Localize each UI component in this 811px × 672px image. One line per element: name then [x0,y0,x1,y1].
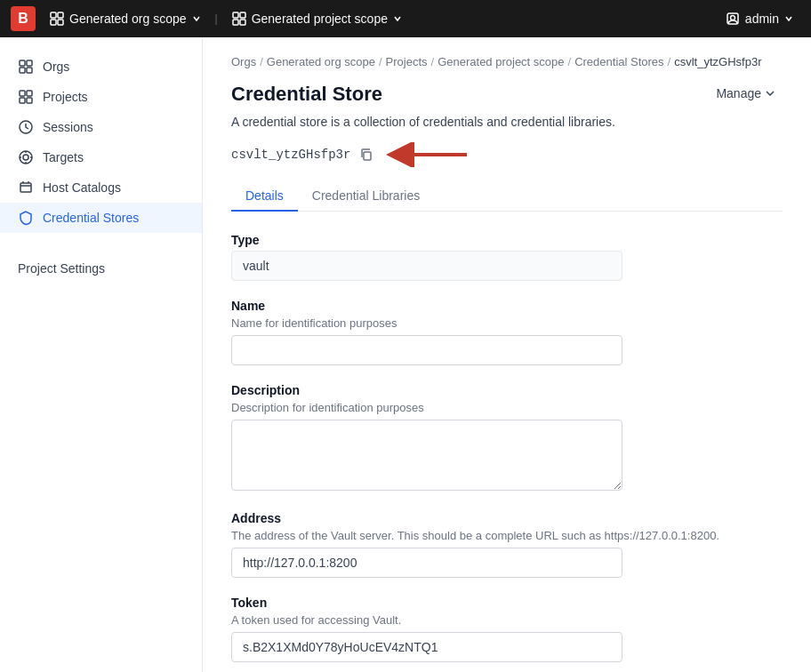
svg-rect-6 [233,20,238,25]
description-textarea[interactable] [231,420,622,491]
field-description: Description Description for identificati… [231,383,783,493]
svg-rect-4 [233,12,238,18]
sidebar-item-orgs[interactable]: Orgs [0,52,202,82]
sidebar-item-host-catalogs[interactable]: Host Catalogs [0,172,202,203]
credential-stores-icon [18,210,34,226]
svg-point-9 [730,16,735,20]
type-value: vault [231,251,622,281]
page-description: A credential store is a collection of cr… [231,113,615,132]
copy-icon [359,148,373,162]
svg-rect-0 [51,12,56,18]
svg-rect-14 [20,91,25,96]
tab-credential-libraries[interactable]: Credential Libraries [298,181,434,212]
svg-point-20 [23,155,28,160]
svg-rect-7 [240,20,245,25]
svg-rect-25 [20,183,31,192]
field-name: Name Name for identification purposes [231,299,783,365]
field-token: Token A token used for accessing Vault. [231,596,783,662]
breadcrumb-org-scope[interactable]: Generated org scope [267,55,375,68]
name-input[interactable] [231,335,622,365]
sidebar-item-project-settings[interactable]: Project Settings [18,254,184,283]
admin-icon [726,12,740,26]
page-title: Credential Store [231,83,615,106]
sidebar-item-targets[interactable]: Targets [0,142,202,172]
address-input[interactable] [231,548,622,578]
project-scope-button[interactable]: Generated project scope [225,8,409,29]
chevron-down-icon [784,14,793,23]
name-hint: Name for identification purposes [231,316,783,330]
svg-rect-16 [20,98,25,103]
svg-rect-10 [20,60,25,66]
description-label: Description [231,383,783,397]
targets-icon [18,149,34,165]
main-content: Orgs / Generated org scope / Projects / … [203,37,811,672]
page-header: Credential Store A credential store is a… [231,83,783,132]
breadcrumb-credential-stores[interactable]: Credential Stores [574,55,663,68]
address-hint: The address of the Vault server. This sh… [231,529,783,542]
tab-details[interactable]: Details [231,181,298,212]
org-scope-icon [50,12,64,26]
tabs: Details Credential Libraries [231,181,783,212]
token-hint: A token used for accessing Vault. [231,613,783,627]
app-logo: B [11,6,36,31]
breadcrumb-project-scope[interactable]: Generated project scope [438,55,564,68]
manage-chevron-icon [765,88,775,99]
svg-rect-2 [51,20,56,25]
top-navigation: B Generated org scope | Generated projec… [0,0,811,37]
resource-id: csvlt_ytzGHsfp3r [231,148,350,162]
svg-rect-13 [27,68,32,73]
type-label: Type [231,233,783,247]
svg-rect-12 [20,68,25,73]
id-row: csvlt_ytzGHsfp3r [231,142,783,167]
svg-rect-17 [27,98,32,103]
token-input[interactable] [231,632,622,662]
sessions-icon [18,119,34,135]
svg-rect-11 [27,60,32,66]
projects-icon [18,89,34,105]
admin-menu-button[interactable]: admin [719,8,800,29]
field-address: Address The address of the Vault server.… [231,511,783,578]
arrow-annotation [382,142,471,167]
svg-rect-15 [27,91,32,96]
org-scope-button[interactable]: Generated org scope [43,8,208,29]
svg-rect-1 [58,12,63,18]
field-type: Type vault [231,233,783,281]
sidebar-item-credential-stores[interactable]: Credential Stores [0,203,202,233]
manage-button[interactable]: Manage [709,83,783,104]
chevron-down-icon [192,14,201,23]
address-label: Address [231,511,783,525]
svg-rect-5 [240,12,245,18]
name-label: Name [231,299,783,313]
description-hint: Description for identification purposes [231,401,783,414]
token-label: Token [231,596,783,610]
breadcrumb-projects[interactable]: Projects [386,55,428,68]
sidebar-item-projects[interactable]: Projects [0,82,202,112]
svg-rect-3 [58,20,63,25]
chevron-down-icon [393,14,402,23]
orgs-icon [18,59,34,75]
breadcrumb: Orgs / Generated org scope / Projects / … [231,55,783,68]
breadcrumb-orgs[interactable]: Orgs [231,55,256,68]
svg-point-19 [20,151,32,164]
breadcrumb-current: csvlt_ytzGHsfp3r [674,55,761,68]
svg-rect-29 [364,152,371,160]
sidebar: Orgs Projects Sessions [0,37,203,672]
project-scope-icon [232,12,246,26]
host-catalogs-icon [18,180,34,196]
sidebar-item-sessions[interactable]: Sessions [0,112,202,142]
copy-id-button[interactable] [357,146,375,164]
